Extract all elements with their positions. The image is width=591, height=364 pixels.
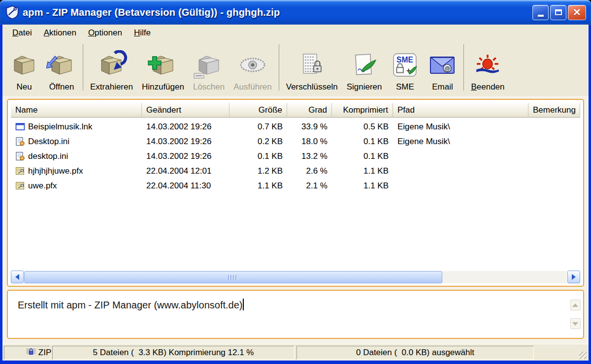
toolbar-label: SME [396,82,414,92]
titlebar-buttons: ✕ [532,5,586,20]
svg-text:SME: SME [397,56,414,64]
column-header-groesse[interactable]: Größe [230,103,287,118]
toolbar-neu-button[interactable]: Neu [5,43,43,92]
file-compressed: 0.5 KB [332,122,393,132]
certificate-file-icon [15,181,25,191]
column-header-name[interactable]: Name [11,103,142,118]
file-name: desktop.ini [28,152,68,161]
scrollbar-thumb[interactable] [24,271,442,283]
menu-label: atei [18,28,32,37]
menu-label: ptionen [95,28,122,37]
menu-hilfe[interactable]: Hilfe [128,26,157,40]
table-row[interactable]: uwe.pfx 22.04.2004 11:30 1.1 KB 2.1 % 1.… [11,179,580,193]
encrypt-lock-icon [297,48,326,82]
maximize-button[interactable] [550,5,566,20]
column-header-pfad[interactable]: Pfad [393,103,528,118]
file-modified: 14.03.2002 19:26 [142,152,230,161]
table-row[interactable]: Desktop.ini 14.03.2002 19:26 0.2 KB 18.0… [11,134,580,149]
column-header-bemerkung[interactable]: Bemerkung [528,103,580,118]
table-row[interactable]: desktop.ini 14.03.2002 19:26 0.1 KB 13.2… [11,149,580,164]
toolbar-label: Signieren [347,82,382,92]
status-files-info: 5 Dateien ( 3.3 KB) Komprimierung 12.1 % [52,346,295,360]
status-format-panel: ZIP [4,346,50,360]
menu-optionen[interactable]: Optionen [82,26,128,40]
add-folder-icon [149,48,177,82]
file-name: uwe.pfx [28,181,57,191]
toolbar: Neu Öffnen [2,41,589,96]
table-row[interactable]: hjhjhjhjuwe.pfx 22.04.2004 12:01 1.2 KB … [11,164,580,179]
toolbar-label: Verschlüsseln [286,82,338,92]
toolbar-hinzufuegen-button[interactable]: Hinzufügen [137,43,189,92]
scroll-down-button[interactable] [570,318,581,329]
menu-datei[interactable]: Datei [6,26,38,40]
table-body: Beispielmusik.lnk 14.03.2002 19:26 0.7 K… [11,118,580,270]
file-size: 1.2 KB [230,166,287,176]
comment-text: Erstellt mit apm - ZIP Manager (www.abyl… [18,300,242,310]
app-window: apm - ZIP Manager (Betaversion (Gültig))… [0,0,591,364]
toolbar-beenden-button[interactable]: Beenden [466,43,509,92]
toolbar-extrahieren-button[interactable]: Extrahieren [86,43,137,92]
file-path: Eigene Musik\ [393,137,528,147]
toolbar-label: Ausführen [233,82,272,92]
delete-folder-icon [195,48,223,82]
comment-editor[interactable]: Erstellt mit apm - ZIP Manager (www.abyl… [8,291,583,319]
file-name: Beispielmusik.lnk [28,122,92,132]
zip-lock-icon [7,337,36,364]
file-ratio: 2.6 % [287,166,332,176]
ini-file-icon [15,152,25,161]
app-shield-icon [6,5,19,19]
extract-folder-icon [97,48,126,82]
menu-label: H [134,28,140,37]
minimize-button[interactable] [532,5,549,20]
scrollbar-grip-icon [228,275,238,280]
resize-grip[interactable] [579,352,587,359]
toolbar-ausfuehren-button[interactable]: Ausführen [229,43,276,92]
status-filler [536,346,587,360]
arrow-right-icon [572,274,576,280]
scroll-up-button[interactable] [570,300,581,310]
scroll-right-button[interactable] [567,271,580,283]
shortcut-file-icon [15,122,25,132]
table-row[interactable]: Beispielmusik.lnk 14.03.2002 19:26 0.7 K… [11,120,580,134]
certificate-file-icon [15,166,25,176]
file-name: hjhjhjhjuwe.pfx [28,166,83,176]
file-compressed: 0.1 KB [332,152,393,161]
scrollbar-track[interactable] [24,271,567,283]
toolbar-sme-button[interactable]: SME + SME [386,43,424,92]
file-name: Desktop.ini [28,137,69,147]
file-ratio: 13.2 % [287,152,332,161]
toolbar-loeschen-button[interactable]: Löschen [189,43,229,92]
toolbar-oeffnen-button[interactable]: Öffnen [43,43,80,92]
column-header-geaendert[interactable]: Geändert [142,103,230,118]
svg-text:@: @ [445,65,451,72]
file-size: 1.1 KB [230,181,287,191]
horizontal-scrollbar[interactable] [11,271,580,284]
minimize-icon [538,15,544,17]
titlebar[interactable]: apm - ZIP Manager (Betaversion (Gültig))… [0,0,591,25]
toolbar-label: Öffnen [49,82,74,92]
toolbar-verschluesseln-button[interactable]: Verschlüsseln [282,43,342,92]
toolbar-separator [279,44,279,91]
arrow-left-icon [15,274,19,280]
status-selection-info: 0 Dateien ( 0.0 KB) ausgewählt [296,346,534,360]
toolbar-signieren-button[interactable]: Signieren [342,43,387,92]
new-folder-icon [10,48,38,82]
menu-label: D [12,28,18,37]
toolbar-separator [463,44,464,91]
scroll-left-button[interactable] [11,271,24,283]
file-compressed: 1.1 KB [332,181,393,191]
toolbar-label: Extrahieren [90,82,133,92]
menu-aktionen[interactable]: Aktionen [38,26,82,40]
toolbar-email-button[interactable]: @ Email [424,43,461,92]
column-header-grad[interactable]: Grad [287,103,332,118]
menubar: Datei Aktionen Optionen Hilfe [2,25,589,41]
close-button[interactable]: ✕ [568,5,586,20]
file-path: Eigene Musik\ [393,122,528,132]
file-ratio: 18.0 % [287,137,332,147]
file-list-panel: Name Geändert Größe Grad Komprimiert Pfa… [7,99,584,287]
file-modified: 14.03.2002 19:26 [142,122,230,132]
content-area: Name Geändert Größe Grad Komprimiert Pfa… [2,96,589,344]
column-header-komprimiert[interactable]: Komprimiert [332,103,393,118]
comment-panel[interactable]: Erstellt mit apm - ZIP Manager (www.abyl… [7,290,584,339]
table-header: Name Geändert Größe Grad Komprimiert Pfa… [11,103,580,118]
